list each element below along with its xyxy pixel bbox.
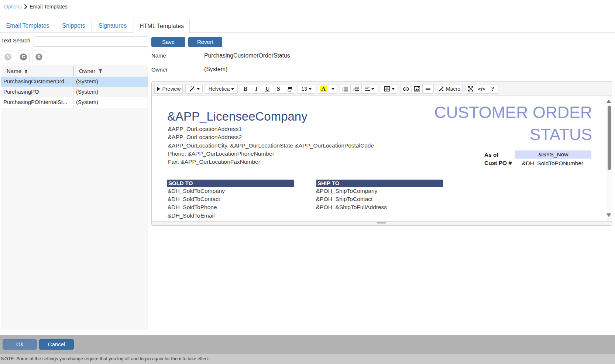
svg-text:1: 1 [353, 86, 355, 89]
svg-text:2: 2 [353, 89, 355, 91]
